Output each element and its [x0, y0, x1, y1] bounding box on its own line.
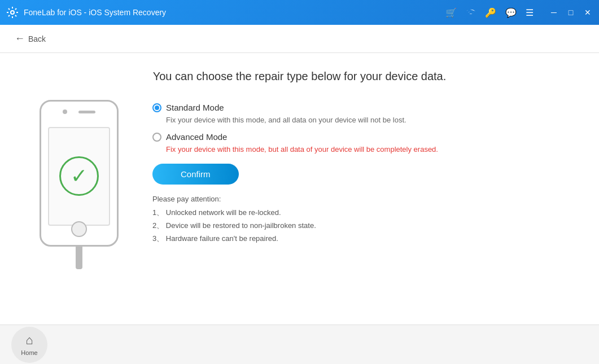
app-icon [6, 6, 19, 19]
bottom-bar: ⌂ Home [0, 324, 599, 364]
attention-title: Please pay attention: [152, 195, 565, 203]
home-label: Home [21, 349, 37, 356]
svg-point-0 [11, 11, 14, 14]
phone-screen: ✓ [48, 127, 110, 226]
standard-mode-radio[interactable] [152, 103, 161, 112]
message-icon[interactable]: 💬 [505, 7, 517, 18]
phone-body: ✓ [40, 100, 119, 247]
options-panel: Standard Mode Fix your device with this … [152, 100, 565, 247]
close-button[interactable]: ✕ [582, 8, 593, 17]
phone-cable [76, 247, 82, 269]
content-area: ✓ Standard Mode Fix your device with thi… [34, 100, 565, 269]
standard-mode-description: Fix your device with this mode, and all … [166, 116, 565, 124]
standard-mode-radio-inner [155, 106, 159, 110]
home-icon: ⌂ [25, 333, 33, 348]
cart-icon[interactable]: 🛒 [445, 7, 457, 18]
main-content: You can choose the repair type below for… [0, 53, 599, 324]
advanced-mode-label: Advanced Mode [166, 132, 227, 142]
back-button[interactable]: ← Back [9, 29, 51, 48]
standard-mode-option[interactable]: Standard Mode [152, 103, 565, 112]
key-icon[interactable]: 🔑 [485, 7, 496, 18]
phone-home-button [71, 221, 87, 237]
attention-item-3: 3、 Hardware failure can't be repaired. [152, 234, 565, 244]
advanced-mode-warning: Fix your device with this mode, but all … [166, 145, 565, 154]
page-title: You can choose the repair type below for… [34, 70, 565, 83]
standard-mode-label: Standard Mode [166, 103, 224, 112]
phone-mic [78, 111, 95, 113]
app-title: FoneLab for iOS - iOS System Recovery [24, 8, 166, 17]
phone-camera [63, 109, 67, 114]
home-button[interactable]: ⌂ Home [11, 327, 47, 363]
phone-illustration: ✓ [34, 100, 124, 269]
title-bar: FoneLab for iOS - iOS System Recovery 🛒 … [0, 0, 599, 25]
back-label: Back [28, 34, 46, 43]
nav-bar: ← Back [0, 25, 599, 53]
attention-item-2: 2、 Device will be restored to non-jailbr… [152, 221, 565, 231]
attention-item-1: 1、 Unlocked network will be re-locked. [152, 208, 565, 218]
check-icon: ✓ [59, 156, 99, 196]
window-buttons: ─ □ ✕ [548, 8, 593, 17]
minimize-button[interactable]: ─ [548, 8, 559, 17]
title-bar-left: FoneLab for iOS - iOS System Recovery [6, 6, 166, 19]
advanced-mode-option[interactable]: Advanced Mode [152, 132, 565, 142]
wifi-icon[interactable] [466, 7, 476, 17]
advanced-mode-radio[interactable] [152, 133, 161, 142]
back-arrow-icon: ← [15, 33, 25, 45]
maximize-button[interactable]: □ [565, 8, 576, 17]
confirm-button[interactable]: Confirm [152, 164, 239, 185]
phone-speaker [63, 109, 95, 114]
menu-icon[interactable]: ☰ [526, 7, 534, 18]
title-bar-controls: 🛒 🔑 💬 ☰ ─ □ ✕ [445, 7, 593, 18]
